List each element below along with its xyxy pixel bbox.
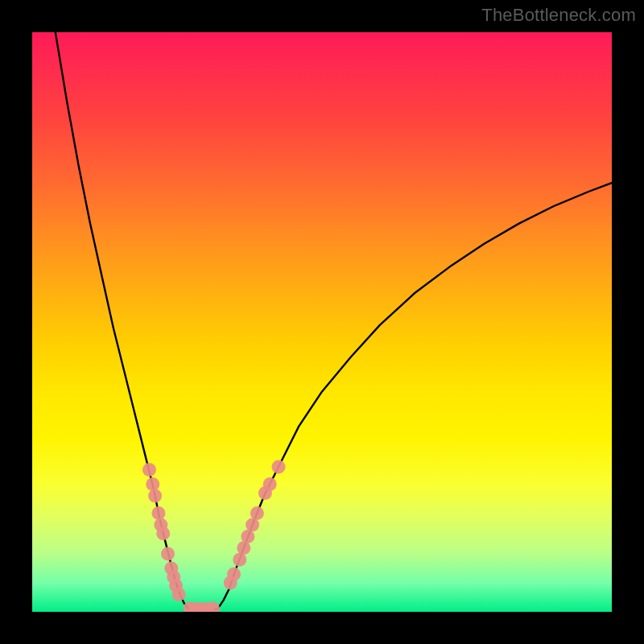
fit-marker: [263, 477, 277, 491]
right-fit-markers: [224, 460, 286, 590]
fit-marker: [161, 547, 175, 561]
left-fit-markers: [142, 463, 186, 601]
fit-marker: [250, 506, 264, 520]
fit-marker: [146, 477, 159, 491]
fit-marker: [172, 588, 186, 601]
bottleneck-curve-chart: [32, 32, 612, 612]
bottleneck-curve: [56, 32, 612, 611]
plot-area: [32, 32, 612, 612]
fit-marker: [272, 460, 286, 474]
bottom-flat-markers: [183, 601, 220, 612]
fit-marker: [151, 506, 165, 520]
fit-marker: [148, 489, 162, 503]
fit-marker: [227, 568, 241, 581]
fit-marker: [156, 526, 170, 540]
attribution-label: TheBottleneck.com: [481, 5, 636, 26]
fit-marker: [142, 463, 156, 477]
chart-container: TheBottleneck.com: [0, 0, 644, 644]
